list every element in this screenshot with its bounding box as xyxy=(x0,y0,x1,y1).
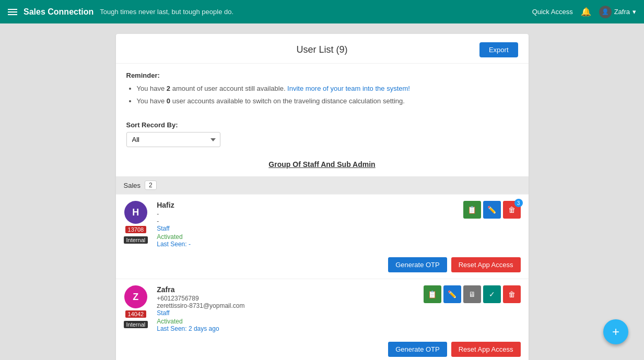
action-buttons-top-zafra: 📋 ✏️ 🖥 ✓ 🗑 xyxy=(424,285,521,303)
user-name-zafra: Zafra xyxy=(157,285,244,294)
user-name-hafiz: Hafiz xyxy=(157,201,191,209)
user-id-badge-hafiz: 13708 xyxy=(125,226,147,233)
delete-button-zafra[interactable]: 🗑 xyxy=(503,285,521,303)
sort-label: Sort Record By: xyxy=(126,121,518,129)
group-tab-label: Sales xyxy=(124,182,141,189)
reminder-list: You have 2 amount of user account still … xyxy=(126,83,518,106)
delete-icon: 🗑 xyxy=(508,206,516,214)
check-button-zafra[interactable]: ✓ xyxy=(483,285,501,303)
user-details-hafiz: Hafiz - - Staff Activated Last Seen: - xyxy=(157,201,191,248)
header-tagline: Tough times never last, but tough people… xyxy=(100,8,233,16)
card-header: User List (9) Export xyxy=(116,34,529,64)
user-phone-hafiz: - xyxy=(157,210,191,218)
user-row-hafiz: H 13708 Internal Hafiz - - Staff Activat… xyxy=(116,194,529,279)
group-tab-count: 2 xyxy=(145,181,157,190)
edit-icon: ✏️ xyxy=(487,206,496,214)
clipboard-icon-zafra: 📋 xyxy=(428,290,437,298)
edit-button-hafiz[interactable]: ✏️ xyxy=(483,201,501,219)
group-tab-row: Sales 2 xyxy=(116,176,529,194)
export-button[interactable]: Export xyxy=(479,42,518,57)
clipboard-button-hafiz[interactable]: 📋 xyxy=(463,201,481,219)
user-role-hafiz: Staff xyxy=(157,225,191,232)
hamburger-menu-icon[interactable] xyxy=(8,9,17,15)
bell-icon[interactable]: 🔔 xyxy=(581,7,591,17)
quick-access-button[interactable]: Quick Access xyxy=(532,8,573,16)
user-details-zafra: Zafra +60123756789 zerettissiro-8731@yop… xyxy=(157,285,244,332)
header-left: Sales Connection Tough times never last,… xyxy=(8,7,233,17)
user-row-zafra: Z 14042 Internal Zafra +60123756789 zere… xyxy=(116,279,529,360)
delete-icon-zafra: 🗑 xyxy=(508,290,516,298)
main-content: User List (9) Export Reminder: You have … xyxy=(0,23,644,360)
user-info-left-zafra: Z 14042 Internal Zafra +60123756789 zere… xyxy=(124,285,245,332)
reset-app-button-zafra[interactable]: Reset App Access xyxy=(451,342,521,357)
brand-name: Sales Connection xyxy=(24,7,93,17)
clipboard-icon: 📋 xyxy=(467,206,476,214)
reminder-item-2: You have 0 user accounts available to sw… xyxy=(137,96,518,106)
user-email-hafiz: - xyxy=(157,218,191,225)
user-lastseen-zafra: Last Seen: 2 days ago xyxy=(157,325,244,332)
fab-add-button[interactable]: + xyxy=(603,319,628,344)
user-lastseen-hafiz: Last Seen: - xyxy=(157,241,191,248)
sort-section: Sort Record By: All Active Inactive xyxy=(116,116,529,155)
monitor-icon-zafra: 🖥 xyxy=(469,290,476,298)
chevron-down-icon: ▾ xyxy=(633,8,636,16)
user-info-left: H 13708 Internal Hafiz - - Staff Activat… xyxy=(124,201,191,248)
action-buttons-top-hafiz: 📋 ✏️ 🗑 3 xyxy=(463,201,521,219)
header-right: Quick Access 🔔 👤 Zafra ▾ xyxy=(532,6,636,18)
reminder-item-1: You have 2 amount of user account still … xyxy=(137,83,518,94)
generate-otp-button-hafiz[interactable]: Generate OTP xyxy=(388,257,447,272)
user-email-zafra: zerettissiro-8731@yopmail.com xyxy=(157,302,244,309)
user-row-top-zafra: Z 14042 Internal Zafra +60123756789 zere… xyxy=(124,285,521,332)
user-id-badge-zafra: 14042 xyxy=(125,310,147,318)
user-avatar-icon: 👤 xyxy=(599,6,612,18)
check-icon-zafra: ✓ xyxy=(489,290,495,298)
user-role-zafra: Staff xyxy=(157,309,244,317)
user-menu[interactable]: 👤 Zafra ▾ xyxy=(599,6,636,18)
user-internal-badge-hafiz: Internal xyxy=(124,236,148,244)
reminder-section: Reminder: You have 2 amount of user acco… xyxy=(116,64,529,116)
user-internal-badge-zafra: Internal xyxy=(124,321,148,328)
reminder-title: Reminder: xyxy=(126,71,518,79)
generate-otp-button-zafra[interactable]: Generate OTP xyxy=(388,342,447,357)
user-phone-zafra: +60123756789 xyxy=(157,295,244,302)
view-button-zafra[interactable]: 🖥 xyxy=(463,285,481,303)
avatar-zafra: Z xyxy=(124,285,147,308)
user-status-zafra: Activated xyxy=(157,318,244,325)
group-heading: Group Of Staff And Sub Admin xyxy=(116,155,529,174)
app-header: Sales Connection Tough times never last,… xyxy=(0,0,644,23)
user-status-hafiz: Activated xyxy=(157,233,191,241)
action-buttons-bottom-zafra: Generate OTP Reset App Access xyxy=(124,338,521,357)
avatar-hafiz: H xyxy=(124,201,147,224)
user-list-card: User List (9) Export Reminder: You have … xyxy=(116,34,529,360)
edit-icon-zafra: ✏️ xyxy=(448,290,456,298)
delete-button-hafiz[interactable]: 🗑 3 xyxy=(503,201,521,219)
action-buttons-bottom-hafiz: Generate OTP Reset App Access xyxy=(124,253,521,272)
edit-button-zafra[interactable]: ✏️ xyxy=(443,285,461,303)
sort-select[interactable]: All Active Inactive xyxy=(126,132,220,147)
reset-app-button-hafiz[interactable]: Reset App Access xyxy=(451,257,521,272)
user-row-top: H 13708 Internal Hafiz - - Staff Activat… xyxy=(124,201,521,248)
badge-count-hafiz: 3 xyxy=(514,199,523,207)
user-name-label: Zafra xyxy=(614,8,630,16)
clipboard-button-zafra[interactable]: 📋 xyxy=(424,285,441,303)
page-title: User List (9) xyxy=(296,44,347,55)
